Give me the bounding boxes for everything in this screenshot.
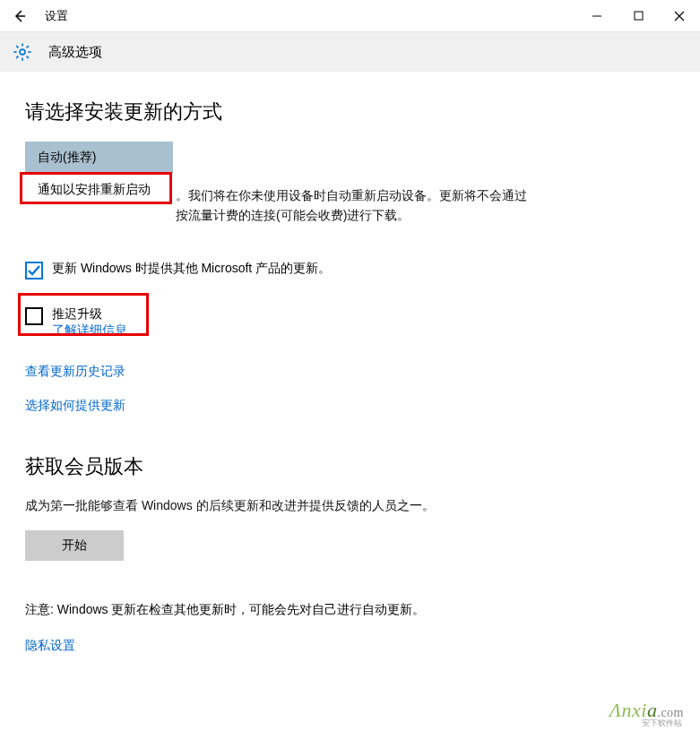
watermark-subtitle: 安下软件站: [642, 718, 682, 729]
maximize-icon: [634, 11, 644, 21]
start-button[interactable]: 开始: [25, 530, 124, 561]
svg-rect-1: [635, 12, 643, 20]
learn-more-link[interactable]: 了解详细信息: [52, 322, 127, 339]
svg-line-8: [27, 56, 29, 58]
checkbox-row-msproducts: 更新 Windows 时提供其他 Microsoft 产品的更新。: [25, 261, 675, 280]
page-title: 高级选项: [48, 44, 102, 61]
svg-line-9: [27, 46, 29, 47]
dropdown-selected-option[interactable]: 自动(推荐): [25, 142, 173, 174]
minimize-button[interactable]: [576, 0, 618, 32]
back-button[interactable]: [0, 0, 39, 32]
window-title: 设置: [45, 8, 68, 24]
content-area: 请选择安装更新的方式 自动(推荐) 通知以安排重新启动 。我们将在你未使用设备时…: [0, 72, 700, 663]
gear-icon: [13, 42, 32, 62]
subheader: 高级选项: [0, 32, 700, 72]
svg-line-10: [16, 56, 18, 58]
update-history-link[interactable]: 查看更新历史记录: [25, 364, 125, 380]
svg-line-7: [16, 46, 18, 47]
checkbox-defer[interactable]: [25, 307, 43, 325]
desc-tail: 。我们将在你未使用设备时自动重新启动设备。更新将不会通过按流量计费的连接(可能会…: [176, 188, 527, 222]
dropdown-option-notify[interactable]: 通知以安排重新启动: [25, 174, 173, 206]
arrow-left-icon: [13, 9, 27, 23]
defer-label-group: 推迟升级 了解详细信息: [52, 306, 127, 339]
section-heading-insider: 获取会员版本: [25, 453, 675, 480]
close-icon: [674, 11, 685, 22]
checkbox-msproducts-label: 更新 Windows 时提供其他 Microsoft 产品的更新。: [52, 261, 331, 277]
checkbox-msproducts[interactable]: [25, 262, 43, 280]
check-icon: [27, 263, 41, 278]
section-heading-install: 请选择安装更新的方式: [25, 99, 675, 125]
close-button[interactable]: [659, 0, 700, 32]
update-note: 注意: Windows 更新在检查其他更新时，可能会先对自己进行自动更新。: [25, 600, 527, 620]
insider-description: 成为第一批能够查看 Windows 的后续更新和改进并提供反馈的人员之一。: [25, 496, 527, 516]
privacy-settings-link[interactable]: 隐私设置: [25, 638, 75, 654]
window-controls: [576, 0, 700, 32]
install-mode-dropdown[interactable]: 自动(推荐) 通知以安排重新启动: [25, 142, 173, 206]
minimize-icon: [592, 11, 602, 22]
checkbox-defer-label: 推迟升级: [52, 306, 127, 322]
titlebar: 设置: [0, 0, 700, 32]
delivery-optimization-link[interactable]: 选择如何提供更新: [25, 398, 125, 414]
svg-point-2: [20, 49, 25, 55]
maximize-button[interactable]: [618, 0, 659, 32]
checkbox-row-defer: 推迟升级 了解详细信息: [25, 306, 675, 339]
